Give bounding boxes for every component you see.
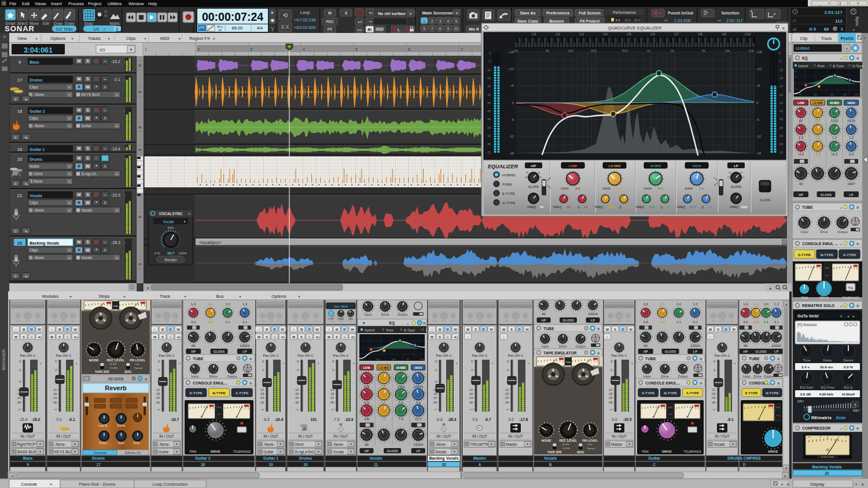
svg-text:1.3: 1.3	[753, 302, 759, 306]
svg-text:dB-: dB-	[138, 126, 142, 129]
svg-text:-None-: -None-	[34, 93, 45, 97]
svg-text:Hybrid: Hybrid	[799, 64, 808, 68]
svg-text:Snap: Snap	[84, 21, 93, 26]
svg-text:-24: -24	[711, 396, 715, 400]
svg-text:-6.5: -6.5	[263, 417, 270, 422]
svg-text:3:04:061: 3:04:061	[24, 46, 53, 54]
svg-text:-6.6: -6.6	[436, 417, 443, 422]
svg-text:3397: 3397	[741, 205, 748, 209]
svg-text:C5: C5	[627, 32, 631, 36]
svg-text:▾: ▾	[855, 483, 857, 486]
svg-text:▾: ▾	[213, 37, 215, 40]
svg-text:Full Screen: Full Screen	[579, 11, 601, 15]
svg-text:≣: ≣	[423, 321, 426, 325]
svg-text:S: S	[717, 328, 719, 331]
svg-text:Delay: Delay	[823, 358, 832, 362]
svg-text:Sync: Sync	[855, 16, 860, 27]
svg-text:Δ: Δ	[40, 362, 42, 365]
svg-text:Bounce: Bounce	[549, 19, 564, 23]
svg-text:≣: ≣	[597, 327, 599, 331]
svg-text:▾: ▾	[184, 295, 186, 298]
svg-text:Track: Track	[821, 36, 832, 41]
svg-text:-6: -6	[511, 118, 514, 121]
svg-text:E-Type: E-Type	[404, 328, 415, 332]
svg-text:W: W	[38, 328, 41, 331]
svg-text:-18: -18	[433, 392, 437, 395]
svg-text:-42: -42	[487, 110, 491, 113]
svg-text:10: 10	[454, 27, 459, 31]
svg-text:-15.4: -15.4	[19, 417, 28, 422]
svg-text:Bass: Bass	[30, 60, 39, 64]
svg-text:TOL: TOL	[848, 286, 854, 290]
svg-text:M: M	[292, 335, 295, 339]
svg-text:LP: LP	[734, 164, 738, 168]
svg-text:EQ Q: EQ Q	[844, 386, 852, 389]
svg-text:-∞: -∞	[157, 408, 160, 411]
svg-text:View: View	[17, 36, 27, 41]
svg-text:A-TYPE: A-TYPE	[236, 391, 249, 395]
svg-text:12: 12	[795, 76, 797, 79]
svg-text:S: S	[510, 328, 513, 331]
svg-text:▾: ▾	[69, 295, 71, 298]
svg-text:Insert: Insert	[51, 1, 62, 6]
svg-text:Bus: Bus	[216, 294, 224, 299]
svg-text:TAPE SPD: TAPE SPD	[547, 450, 562, 454]
svg-text:◄): ◄)	[368, 11, 373, 14]
svg-text:24: 24	[795, 71, 797, 73]
svg-text:▾: ▾	[144, 37, 146, 40]
svg-text:-0.7: -0.7	[484, 417, 491, 422]
svg-text:TUBE: TUBE	[645, 357, 656, 361]
svg-text:Omni: Omni	[295, 442, 304, 446]
svg-text:2.9: 2.9	[699, 187, 704, 190]
svg-text:M: M	[78, 108, 81, 112]
svg-text:-4.5: -4.5	[798, 153, 804, 156]
svg-text:♀: ♀	[14, 328, 17, 331]
svg-text:58.7: 58.7	[167, 252, 174, 255]
svg-text:GAIN: GAIN	[561, 187, 568, 190]
svg-text:HI MID: HI MID	[650, 164, 661, 168]
svg-text:LO MID: LO MID	[812, 101, 823, 105]
svg-text:W: W	[73, 328, 77, 331]
svg-text:8 %: 8 %	[616, 19, 620, 22]
svg-text:Erase: Erase	[65, 21, 75, 25]
svg-text:Master: Master	[473, 456, 487, 460]
svg-text:▼: ▼	[116, 124, 119, 128]
svg-text:▾: ▾	[71, 37, 73, 40]
svg-text:LO MID: LO MID	[609, 164, 621, 168]
svg-text:16: 16	[218, 28, 222, 32]
svg-text:Untitled: Untitled	[796, 46, 810, 50]
svg-text:0: 0	[471, 368, 473, 372]
svg-text:▾: ▾	[108, 37, 109, 40]
svg-text:RghtTRCPT1: RghtTRCPT1	[17, 442, 40, 447]
svg-text:21k: 21k	[855, 94, 858, 96]
svg-text:1.3: 1.3	[381, 417, 387, 421]
svg-text:-12: -12	[505, 388, 509, 391]
svg-text:PK: PK	[218, 413, 220, 416]
svg-text:55 %: 55 %	[625, 19, 631, 22]
svg-text:R: R	[30, 328, 33, 331]
svg-text:W: W	[525, 328, 529, 331]
svg-text:●: ●	[308, 335, 311, 339]
svg-text:110: 110	[814, 94, 817, 96]
svg-text:LEVEL: LEVEL	[337, 317, 345, 320]
svg-text:BASS BUS: BASS BUS	[17, 450, 36, 454]
svg-text:Views: Views	[35, 1, 46, 6]
svg-text:LOW: LOW	[797, 101, 804, 105]
svg-text:M: M	[78, 193, 81, 197]
svg-text:-12: -12	[260, 388, 264, 391]
svg-text:TRIM: TRIM	[641, 450, 648, 453]
svg-text:▼: ▼	[68, 165, 71, 168]
svg-text:Master: Master	[506, 442, 518, 446]
svg-text:20: 20	[361, 358, 363, 361]
svg-text:E-TYPE: E-TYPE	[502, 192, 515, 195]
svg-text:ProCh: ProCh	[841, 36, 854, 41]
svg-text:◂: ◂	[847, 315, 849, 318]
svg-text:▼: ▼	[317, 442, 320, 446]
svg-text:PAN: PAN	[348, 317, 353, 320]
svg-text:Project: Project	[88, 1, 102, 6]
svg-text:Options: Options	[271, 294, 286, 299]
svg-text:0: 0	[19, 368, 21, 372]
svg-text:1:01:000: 1:01:000	[674, 18, 691, 23]
svg-text:Guitar 1: Guitar 1	[30, 147, 45, 151]
svg-text:+12: +12	[509, 67, 514, 71]
